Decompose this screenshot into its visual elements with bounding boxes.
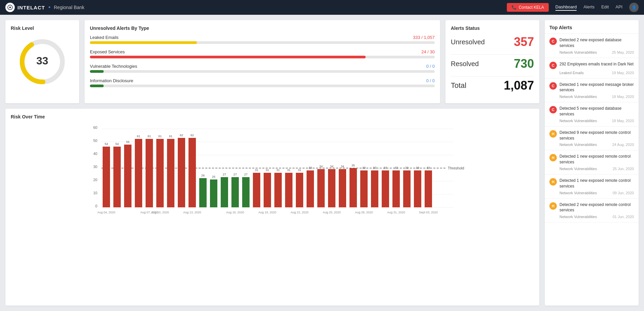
svg-text:40: 40 [93, 152, 97, 156]
alert-text-1: 292 Employees emails traced in Dark Net [559, 61, 634, 67]
alert-item-2[interactable]: C Detected 1 new exposed message broker … [545, 79, 639, 103]
svg-text:54: 54 [115, 142, 119, 146]
nav-api[interactable]: API [615, 4, 623, 11]
bar-1 [113, 147, 121, 207]
alert-item-0[interactable]: C Detected 2 new exposed database servic… [545, 34, 639, 58]
bar-18 [296, 173, 303, 207]
leaked-emails-row: Leaked Emails 333 / 1,057 [90, 35, 435, 44]
leaked-emails-track [90, 41, 435, 44]
svg-text:33: 33 [373, 166, 376, 169]
svg-text:34: 34 [330, 165, 333, 168]
svg-text:27: 27 [223, 173, 226, 176]
alerts-status-title: Alerts Status [451, 25, 534, 31]
alerts-status-card: Alerts Status Unresolved 357 Resolved 73… [445, 20, 539, 103]
alert-badge-6: H [549, 178, 557, 186]
bar-7 [178, 138, 185, 207]
chart-area: 0 10 20 30 40 50 60 [11, 123, 534, 218]
nav-dashboard[interactable]: Dashboard [555, 4, 577, 11]
logo-text: INTELACT [17, 5, 45, 10]
header: INTELACT • Regional Bank 📞 Contact KELA … [0, 0, 644, 15]
svg-text:31: 31 [255, 168, 258, 172]
exposed-services-label: Exposed Services [90, 49, 125, 54]
alert-item-1[interactable]: C 292 Employees emails traced in Dark Ne… [545, 58, 639, 79]
alert-category-6: Network Vulnerabilities [559, 191, 597, 195]
top-alerts-sidebar: Top Alerts C Detected 2 new exposed data… [545, 20, 639, 306]
contact-button[interactable]: 📞 Contact KELA [507, 3, 548, 12]
svg-text:0: 0 [95, 204, 97, 208]
resolved-row: Resolved 730 [451, 57, 534, 71]
svg-text:27: 27 [244, 173, 248, 176]
alert-badge-4: H [549, 130, 557, 138]
svg-text:33: 33 [427, 166, 430, 169]
svg-text:Threshold: Threshold [448, 166, 464, 170]
bar-2 [124, 145, 131, 207]
svg-text:33: 33 [384, 166, 387, 169]
bar-0 [103, 147, 110, 207]
unresolved-label: Unresolved [451, 38, 485, 46]
svg-text:27: 27 [233, 173, 237, 176]
alert-item-6[interactable]: H Detected 1 new exposed remote control … [545, 174, 639, 199]
svg-text:33: 33 [394, 166, 398, 169]
resolved-label: Resolved [451, 60, 479, 68]
bar-12 [231, 177, 239, 207]
alert-category-2: Network Vulnerabilities [559, 95, 597, 99]
unresolved-alerts-title: Unresolved Alerts By Type [90, 25, 435, 31]
vulnerable-tech-bar [90, 70, 104, 73]
unresolved-value: 357 [514, 35, 534, 49]
alert-badge-0: C [549, 38, 557, 45]
bar-26 [382, 170, 389, 207]
nav-edit[interactable]: Edit [601, 4, 609, 11]
svg-text:62: 62 [180, 134, 183, 137]
risk-chart-title: Risk Over Time [11, 114, 534, 119]
alert-text-2: Detected 1 new exposed message broker se… [559, 82, 634, 93]
svg-text:Sept 03, 2020: Sept 03, 2020 [419, 211, 438, 214]
alert-item-4[interactable]: H Detected 9 new exposed remote control … [545, 126, 639, 151]
svg-text:26: 26 [201, 174, 205, 177]
alert-item-7[interactable]: H Detected 2 new exposed remote control … [545, 199, 639, 223]
vulnerable-tech-value: 0 / 0 [426, 64, 435, 69]
total-row: Total 1,087 [451, 79, 534, 93]
bar-13 [242, 177, 250, 207]
bar-4 [146, 139, 153, 207]
svg-text:Aug 25, 2020: Aug 25, 2020 [323, 211, 341, 214]
gauge-container: 33 [11, 35, 74, 89]
nav-alerts[interactable]: Alerts [583, 4, 594, 11]
svg-text:Aug 31, 2020: Aug 31, 2020 [387, 211, 405, 214]
bar-20 [317, 169, 325, 207]
left-content: Risk Level 33 Unresolved Alerts By Type [5, 20, 539, 306]
alert-text-6: Detected 1 new exposed remote control se… [559, 178, 634, 189]
alert-item-5[interactable]: H Detected 1 new exposed remote control … [545, 150, 639, 174]
vulnerable-tech-label: Vulnerable Technologies [90, 64, 137, 69]
alert-badge-7: H [549, 202, 557, 210]
avatar[interactable]: 👤 [629, 3, 639, 12]
bar-11 [221, 177, 228, 207]
alert-badge-2: C [549, 82, 557, 90]
gauge-svg: 33 [15, 35, 69, 89]
svg-text:35: 35 [352, 164, 355, 167]
exposed-services-value: 24 / 30 [421, 49, 435, 54]
phone-icon: 📞 [512, 5, 517, 10]
logo: INTELACT [5, 3, 45, 12]
alert-category-5: Network Vulnerabilities [559, 167, 597, 171]
info-disclosure-bar [90, 85, 104, 87]
header-left: INTELACT • Regional Bank [5, 3, 85, 12]
svg-text:25: 25 [212, 175, 215, 178]
bar-19 [307, 170, 314, 207]
alert-date-4: 24 Aug, 2020 [612, 143, 634, 147]
alert-badge-3: C [549, 106, 557, 113]
bar-16 [274, 173, 282, 207]
bar-8 [189, 138, 196, 207]
svg-text:33: 33 [416, 166, 419, 169]
bar-10 [210, 179, 217, 207]
bar-21 [328, 169, 335, 207]
vulnerable-tech-track [90, 70, 435, 73]
svg-text:Aug 28, 2020: Aug 28, 2020 [355, 211, 373, 214]
svg-text:33: 33 [362, 166, 366, 169]
svg-text:33: 33 [405, 166, 409, 169]
svg-text:31: 31 [266, 168, 269, 172]
alert-item-3[interactable]: C Detected 5 new exposed database servic… [545, 102, 639, 126]
bar-25 [371, 170, 378, 207]
svg-text:31: 31 [298, 168, 301, 172]
alert-category-3: Network Vulnerabilities [559, 119, 597, 123]
bar-15 [264, 173, 271, 207]
